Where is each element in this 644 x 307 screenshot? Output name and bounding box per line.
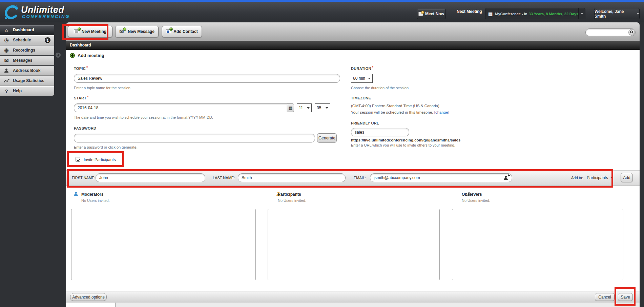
conference-countdown: 33 Years, 8 Months, 22 Days [529, 12, 579, 16]
topic-help: Enter a topic name for the session. [74, 86, 131, 90]
last-name-input[interactable] [238, 173, 346, 182]
chevron-down-icon[interactable] [610, 177, 613, 179]
moderators-icon [74, 192, 78, 196]
friendly-url-input[interactable] [351, 128, 409, 136]
password-label: PASSWORD [74, 126, 96, 130]
add-button[interactable]: Add [621, 173, 633, 182]
chevron-down-icon [326, 107, 328, 109]
conference-selector[interactable]: ▦ MyConference - in 33 Years, 8 Months, … [485, 8, 585, 19]
participants-label: Participants [278, 192, 301, 197]
participants-empty-text: No Users invited. [278, 198, 306, 203]
plus-badge-icon [78, 27, 81, 31]
sidebar-item-help[interactable]: ? Help [0, 86, 54, 96]
add-contact-button[interactable]: Add Contact [162, 26, 202, 37]
schedule-count-badge: 1 [45, 37, 50, 43]
search-box [585, 28, 636, 36]
last-name-label: LAST NAME: [213, 176, 235, 180]
conference-name: MyConference - in [495, 12, 527, 16]
new-message-label: New Message [128, 29, 154, 34]
sidebar-item-label: Help [13, 89, 22, 93]
person-icon [0, 68, 13, 74]
sidebar-item-recordings[interactable]: ◉ Recordings [0, 45, 54, 55]
below-fold-strip [66, 303, 640, 307]
topic-label: TOPIC* [74, 66, 87, 71]
chevron-down-icon [581, 13, 583, 15]
form-footer-bar [66, 291, 640, 303]
app-root: Unlimited CONFERENCING Meet Now Next Mee… [0, 0, 644, 307]
add-person-icon[interactable] [503, 175, 508, 181]
sidebar-item-schedule[interactable]: ◷ Schedule 1 [0, 35, 54, 45]
chevron-down-icon [637, 13, 639, 15]
new-meeting-icon [74, 29, 79, 34]
search-input[interactable] [589, 29, 627, 36]
add-contact-label: Add Contact [173, 29, 198, 34]
duration-label: DURATION* [351, 66, 373, 71]
start-hour-select[interactable]: 11 [297, 103, 312, 112]
conference-dropdown-button[interactable] [578, 8, 585, 19]
required-mark: * [372, 65, 374, 70]
chevron-down-icon [368, 78, 371, 79]
timezone-value: (GMT-4:00) Eastern Standard Time (US & C… [351, 104, 439, 108]
sidebar-collapse-button[interactable] [56, 53, 61, 58]
user-menu-button[interactable]: Welcome, Jane Smith [594, 8, 640, 19]
sidebar-item-messages[interactable]: ✉ Messages [0, 56, 54, 65]
meet-now-label: Meet Now [425, 12, 444, 16]
moderators-empty-text: No Users invited. [81, 198, 110, 203]
meet-now-icon [418, 12, 423, 16]
plus-badge-icon [169, 27, 173, 31]
sidebar-item-dashboard[interactable]: ⌂ Dashboard [0, 25, 54, 35]
friendly-url-preview: https://live.unlimitedconferencing.com/g… [351, 138, 460, 142]
new-message-icon: ✉ [119, 29, 125, 34]
app-header: Unlimited CONFERENCING Meet Now Next Mee… [0, 2, 644, 22]
timezone-help: Your session will be scheduled in this t… [351, 110, 449, 114]
generate-button[interactable]: Generate [317, 133, 337, 142]
sidebar-item-usage-statistics[interactable]: Usage Statistics [0, 76, 54, 86]
password-help: Enter a password or click on generate. [74, 145, 138, 149]
plus-badge-icon [123, 27, 126, 31]
timezone-change-link[interactable]: [change] [434, 110, 449, 114]
new-meeting-button[interactable]: New Meeting [68, 26, 112, 37]
password-input[interactable] [74, 134, 315, 142]
moderators-label: Moderators [81, 192, 103, 197]
required-mark: * [86, 65, 88, 70]
home-icon: ⌂ [0, 27, 13, 33]
advanced-options-button[interactable]: Advanced options [70, 293, 107, 301]
duration-help: Choose the duration of the session. [351, 86, 410, 90]
date-picker-button[interactable]: ▦ [287, 103, 294, 112]
stats-icon [0, 78, 13, 84]
page-title: Add meeting [78, 53, 104, 58]
sidebar-item-address-book[interactable]: Address Book [0, 66, 54, 76]
start-minute-select[interactable]: 35 [315, 103, 330, 112]
invite-participants-checkbox[interactable] [76, 157, 80, 162]
start-label: START* [74, 96, 88, 100]
add-to-select[interactable]: Participants [587, 175, 608, 180]
sidebar-item-label: Dashboard [13, 27, 34, 32]
timezone-label: TIMEZONE [351, 96, 371, 100]
moderators-list-box [71, 209, 256, 280]
recorder-icon: ◉ [0, 47, 13, 53]
sidebar-item-label: Messages [13, 58, 32, 63]
calendar-icon: ▦ [288, 105, 292, 111]
logo-subtitle: CONFERENCING [21, 14, 70, 19]
question-icon: ? [0, 88, 13, 94]
meet-now-button[interactable]: Meet Now [417, 9, 446, 19]
topic-input[interactable] [74, 74, 340, 83]
cancel-button[interactable]: Cancel [595, 293, 615, 301]
required-mark: * [87, 95, 89, 99]
start-date-input[interactable] [74, 103, 287, 112]
save-button[interactable]: Save [618, 293, 633, 301]
search-button[interactable] [628, 29, 635, 36]
add-contact-icon [166, 29, 171, 34]
chevron-left-icon [57, 54, 59, 57]
first-name-input[interactable] [96, 173, 205, 182]
email-input[interactable] [370, 173, 512, 182]
search-icon [630, 31, 633, 33]
add-to-label: Add to: [571, 176, 583, 180]
invite-participants-label: Invite Participants [84, 157, 116, 162]
friendly-url-label: FRIENDLY URL [351, 121, 379, 125]
new-message-button[interactable]: ✉ New Message [115, 26, 159, 37]
duration-select[interactable]: 60 min [351, 74, 373, 83]
add-meeting-icon [70, 53, 75, 58]
chevron-down-icon [307, 107, 310, 109]
first-name-label: FIRST NAME: [72, 176, 95, 180]
